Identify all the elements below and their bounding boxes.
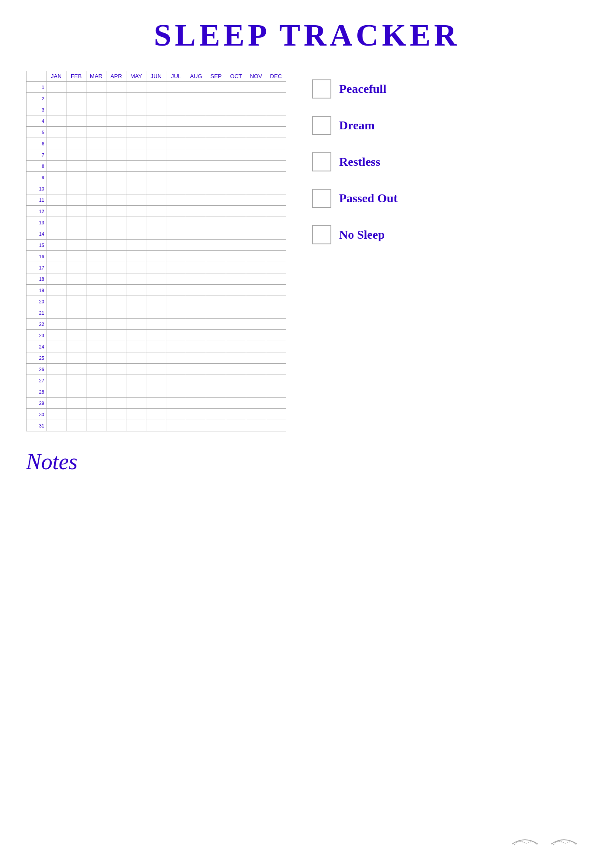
cell-apr-6[interactable] [106, 138, 126, 149]
cell-aug-10[interactable] [186, 183, 206, 194]
cell-mar-21[interactable] [86, 307, 106, 319]
cell-apr-13[interactable] [106, 217, 126, 228]
cell-may-14[interactable] [126, 228, 146, 240]
cell-feb-25[interactable] [66, 352, 86, 364]
cell-jul-24[interactable] [166, 341, 186, 352]
cell-nov-27[interactable] [246, 375, 266, 386]
cell-oct-29[interactable] [226, 398, 246, 409]
cell-nov-30[interactable] [246, 409, 266, 420]
cell-feb-19[interactable] [66, 285, 86, 296]
cell-oct-13[interactable] [226, 217, 246, 228]
cell-feb-8[interactable] [66, 161, 86, 172]
cell-sep-11[interactable] [206, 194, 226, 206]
cell-may-16[interactable] [126, 251, 146, 262]
cell-sep-20[interactable] [206, 296, 226, 307]
cell-aug-15[interactable] [186, 240, 206, 251]
cell-may-5[interactable] [126, 127, 146, 138]
cell-apr-11[interactable] [106, 194, 126, 206]
cell-jul-26[interactable] [166, 364, 186, 375]
cell-aug-11[interactable] [186, 194, 206, 206]
cell-may-30[interactable] [126, 409, 146, 420]
cell-may-20[interactable] [126, 296, 146, 307]
cell-feb-31[interactable] [66, 420, 86, 431]
cell-nov-5[interactable] [246, 127, 266, 138]
cell-apr-7[interactable] [106, 149, 126, 161]
cell-jul-6[interactable] [166, 138, 186, 149]
cell-aug-25[interactable] [186, 352, 206, 364]
cell-mar-17[interactable] [86, 262, 106, 273]
cell-jun-24[interactable] [146, 341, 166, 352]
cell-mar-14[interactable] [86, 228, 106, 240]
cell-aug-14[interactable] [186, 228, 206, 240]
cell-oct-24[interactable] [226, 341, 246, 352]
cell-dec-4[interactable] [266, 115, 286, 127]
cell-feb-10[interactable] [66, 183, 86, 194]
cell-jan-3[interactable] [46, 104, 66, 115]
cell-sep-28[interactable] [206, 386, 226, 398]
cell-apr-12[interactable] [106, 206, 126, 217]
cell-oct-6[interactable] [226, 138, 246, 149]
cell-aug-20[interactable] [186, 296, 206, 307]
cell-nov-17[interactable] [246, 262, 266, 273]
cell-apr-27[interactable] [106, 375, 126, 386]
cell-may-2[interactable] [126, 93, 146, 104]
cell-apr-14[interactable] [106, 228, 126, 240]
cell-dec-12[interactable] [266, 206, 286, 217]
cell-sep-10[interactable] [206, 183, 226, 194]
cell-jul-12[interactable] [166, 206, 186, 217]
cell-dec-18[interactable] [266, 273, 286, 285]
cell-nov-6[interactable] [246, 138, 266, 149]
cell-may-27[interactable] [126, 375, 146, 386]
cell-oct-31[interactable] [226, 420, 246, 431]
cell-jan-4[interactable] [46, 115, 66, 127]
cell-may-4[interactable] [126, 115, 146, 127]
cell-jun-2[interactable] [146, 93, 166, 104]
cell-dec-13[interactable] [266, 217, 286, 228]
cell-oct-30[interactable] [226, 409, 246, 420]
cell-may-7[interactable] [126, 149, 146, 161]
cell-jan-13[interactable] [46, 217, 66, 228]
cell-sep-25[interactable] [206, 352, 226, 364]
cell-sep-13[interactable] [206, 217, 226, 228]
cell-feb-14[interactable] [66, 228, 86, 240]
cell-aug-21[interactable] [186, 307, 206, 319]
cell-dec-28[interactable] [266, 386, 286, 398]
cell-jun-20[interactable] [146, 296, 166, 307]
cell-aug-4[interactable] [186, 115, 206, 127]
cell-jan-18[interactable] [46, 273, 66, 285]
cell-nov-1[interactable] [246, 82, 266, 93]
cell-mar-7[interactable] [86, 149, 106, 161]
cell-aug-13[interactable] [186, 217, 206, 228]
cell-jun-27[interactable] [146, 375, 166, 386]
cell-jan-6[interactable] [46, 138, 66, 149]
cell-jun-13[interactable] [146, 217, 166, 228]
cell-jul-13[interactable] [166, 217, 186, 228]
cell-feb-3[interactable] [66, 104, 86, 115]
cell-mar-27[interactable] [86, 375, 106, 386]
cell-nov-15[interactable] [246, 240, 266, 251]
cell-sep-29[interactable] [206, 398, 226, 409]
cell-dec-5[interactable] [266, 127, 286, 138]
cell-apr-18[interactable] [106, 273, 126, 285]
cell-feb-18[interactable] [66, 273, 86, 285]
cell-may-23[interactable] [126, 330, 146, 341]
cell-jun-4[interactable] [146, 115, 166, 127]
cell-sep-7[interactable] [206, 149, 226, 161]
cell-mar-26[interactable] [86, 364, 106, 375]
cell-oct-16[interactable] [226, 251, 246, 262]
cell-oct-20[interactable] [226, 296, 246, 307]
cell-jul-1[interactable] [166, 82, 186, 93]
cell-jan-26[interactable] [46, 364, 66, 375]
cell-jun-16[interactable] [146, 251, 166, 262]
cell-jan-20[interactable] [46, 296, 66, 307]
cell-mar-16[interactable] [86, 251, 106, 262]
cell-jul-5[interactable] [166, 127, 186, 138]
cell-oct-1[interactable] [226, 82, 246, 93]
cell-jul-10[interactable] [166, 183, 186, 194]
cell-feb-15[interactable] [66, 240, 86, 251]
cell-apr-15[interactable] [106, 240, 126, 251]
cell-sep-2[interactable] [206, 93, 226, 104]
cell-mar-13[interactable] [86, 217, 106, 228]
cell-jun-12[interactable] [146, 206, 166, 217]
cell-sep-12[interactable] [206, 206, 226, 217]
